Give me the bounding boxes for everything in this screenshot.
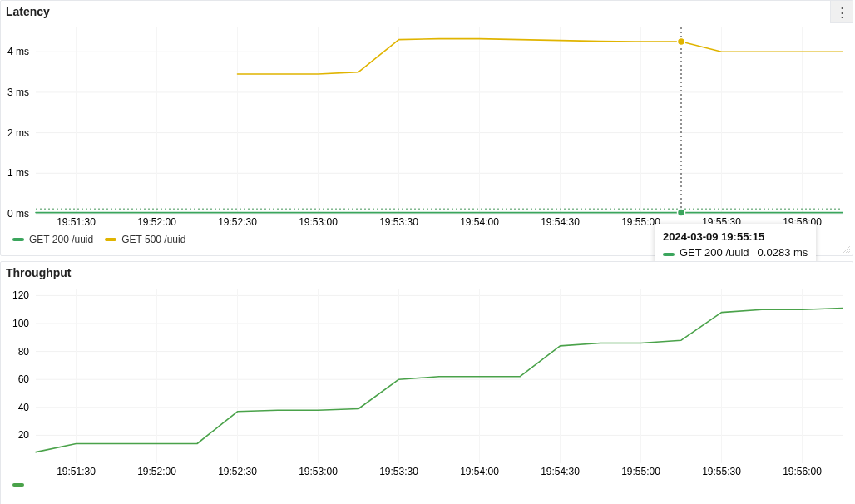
resize-handle-icon[interactable] (843, 245, 851, 254)
svg-text:2 ms: 2 ms (7, 127, 29, 139)
svg-text:19:53:00: 19:53:00 (299, 216, 338, 228)
panel-throughput-title: Throughput (6, 266, 72, 279)
tooltip-timestamp: 2024-03-09 19:55:15 (663, 230, 808, 243)
panel-throughput: Throughput 2040608010012019:51:3019:52:0… (0, 261, 853, 504)
svg-text:19:56:00: 19:56:00 (783, 466, 822, 477)
legend-swatch-icon (105, 238, 116, 241)
tooltip-value: 0.0283 ms (758, 246, 808, 259)
svg-text:20: 20 (18, 429, 30, 441)
svg-text:19:54:00: 19:54:00 (460, 466, 499, 477)
svg-text:19:51:30: 19:51:30 (57, 466, 96, 477)
svg-text:19:51:30: 19:51:30 (57, 216, 96, 228)
svg-text:19:54:30: 19:54:30 (541, 466, 580, 477)
svg-text:19:52:00: 19:52:00 (137, 216, 176, 228)
throughput-plot[interactable]: 2040608010012019:51:3019:52:0019:52:3019… (1, 284, 853, 478)
svg-text:60: 60 (18, 373, 30, 385)
svg-text:1 ms: 1 ms (7, 167, 29, 179)
panel-latency: Latency ⋮ 0 ms1 ms2 ms3 ms4 ms19:51:3019… (0, 0, 853, 256)
svg-text:0 ms: 0 ms (7, 208, 29, 220)
tooltip-swatch (663, 253, 675, 256)
svg-text:19:52:00: 19:52:00 (137, 466, 176, 477)
svg-point-33 (678, 38, 685, 46)
latency-svg: 0 ms1 ms2 ms3 ms4 ms19:51:3019:52:0019:5… (1, 22, 853, 229)
throughput-legend (1, 478, 853, 492)
svg-text:4 ms: 4 ms (7, 46, 29, 57)
throughput-svg: 2040608010012019:51:3019:52:0019:52:3019… (1, 284, 853, 478)
svg-text:19:53:30: 19:53:30 (379, 216, 418, 228)
legend-label: GET 500 /uuid (121, 234, 185, 245)
legend-item-get200[interactable]: GET 200 /uuid (12, 234, 93, 245)
svg-text:19:54:30: 19:54:30 (541, 216, 580, 228)
legend-swatch-icon (12, 238, 24, 241)
legend-item-throughput[interactable] (12, 483, 29, 487)
hover-tooltip: 2024-03-09 19:55:15 GET 200 /uuid 0.0283… (655, 224, 816, 265)
legend-label: GET 200 /uuid (29, 234, 93, 245)
panel-latency-title: Latency (6, 5, 50, 18)
svg-text:3 ms: 3 ms (7, 86, 29, 98)
svg-text:19:53:00: 19:53:00 (299, 466, 338, 477)
panel-menu-button[interactable]: ⋮ (830, 1, 853, 23)
svg-text:100: 100 (12, 318, 29, 329)
legend-swatch-icon (12, 483, 24, 487)
latency-plot[interactable]: 0 ms1 ms2 ms3 ms4 ms19:51:3019:52:0019:5… (1, 22, 853, 229)
svg-text:120: 120 (12, 289, 29, 301)
svg-text:19:52:30: 19:52:30 (218, 466, 257, 477)
svg-text:40: 40 (18, 402, 30, 413)
svg-text:19:55:30: 19:55:30 (702, 466, 741, 477)
kebab-icon: ⋮ (836, 6, 848, 18)
svg-text:19:52:30: 19:52:30 (218, 216, 257, 228)
svg-text:19:55:00: 19:55:00 (621, 466, 660, 477)
svg-text:19:53:30: 19:53:30 (379, 466, 418, 477)
legend-item-get500[interactable]: GET 500 /uuid (105, 234, 185, 245)
svg-point-32 (678, 209, 685, 216)
svg-text:19:54:00: 19:54:00 (460, 216, 499, 228)
tooltip-series-label: GET 200 /uuid (680, 246, 749, 259)
svg-text:80: 80 (18, 346, 30, 358)
